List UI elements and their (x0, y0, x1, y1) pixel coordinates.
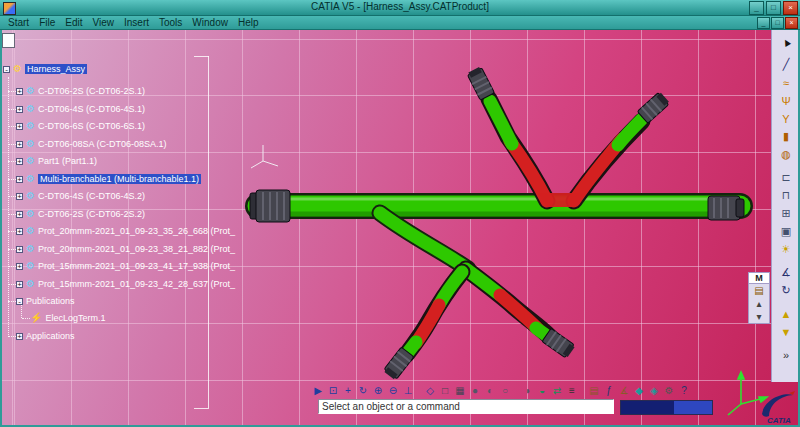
tree-publications[interactable]: - Publications (16, 294, 75, 308)
menu-view[interactable]: View (87, 16, 119, 29)
menu-file[interactable]: File (34, 16, 60, 29)
menu-tools[interactable]: Tools (154, 16, 187, 29)
zoom-out-icon[interactable]: ⊖ (386, 383, 400, 398)
tree-expand-node[interactable]: + (16, 123, 23, 130)
connector-left[interactable] (250, 190, 290, 222)
update-all-icon[interactable]: ↻ (776, 283, 796, 298)
tree-item-11[interactable]: +⚙Prot_15mmm-2021_01_09-23_41_17_938 (Pr… (16, 259, 235, 273)
electrical-junction-icon[interactable]: ⊞ (776, 206, 796, 221)
command-input[interactable] (318, 399, 614, 414)
menu-start[interactable]: Start (3, 16, 34, 29)
shaded-edges-view-icon[interactable]: ◐ (483, 383, 497, 398)
trunk-tube[interactable] (258, 199, 740, 214)
normal-view-icon[interactable]: ⊥ (401, 383, 415, 398)
tree-root[interactable]: - ⚙ Harness_Assy (3, 62, 87, 76)
tree-expand-node[interactable]: + (16, 193, 23, 200)
menu-help[interactable]: Help (233, 16, 264, 29)
toolbar-overflow-icon[interactable]: » (776, 347, 796, 362)
branch-point-icon[interactable]: Y (776, 111, 796, 126)
measure-between-icon[interactable]: ∡ (617, 383, 631, 398)
tree-item-2[interactable]: +⚙C-DT06-4S (C-DT06-4S.1) (16, 102, 145, 116)
scroll-down-icon[interactable]: ▾ (756, 310, 761, 323)
camera-view-icon[interactable]: ▣ (776, 224, 796, 239)
doc-close-button[interactable]: × (785, 17, 798, 29)
branch-upper-middle-tube[interactable] (489, 99, 547, 201)
tree-expand-node[interactable]: - (3, 66, 10, 73)
tree-item-7[interactable]: +⚙C-DT06-4S (C-DT06-4S.2) (16, 189, 145, 203)
fly-mode-icon[interactable]: ▶ (311, 383, 325, 398)
rotate-icon[interactable]: ↻ (356, 383, 370, 398)
tree-expand-node[interactable]: + (16, 246, 23, 253)
tree-eleclogterm[interactable]: ⚡ ElecLogTerm.1 (30, 311, 106, 325)
front-view-icon[interactable]: □ (438, 383, 452, 398)
zoom-in-icon[interactable]: ⊕ (371, 383, 385, 398)
reorder-down-icon[interactable]: ▼ (776, 324, 796, 339)
branch-lower-main-tube[interactable] (380, 213, 468, 269)
light-source-icon[interactable]: ☀ (776, 242, 796, 257)
catalog-icon[interactable]: ▤ (587, 383, 601, 398)
wireframe-view-icon[interactable]: ○ (498, 383, 512, 398)
tree-expand-node[interactable]: + (16, 211, 23, 218)
tree-expand-node[interactable]: + (16, 333, 23, 340)
tree-expand-node[interactable]: + (16, 88, 23, 95)
tree-item-6[interactable]: +⚙Multi-branchable1 (Multi-branchable1.1… (16, 172, 201, 186)
tree-applications[interactable]: + Applications (16, 329, 75, 343)
tree-item-9[interactable]: +⚙Prot_20mmm-2021_01_09-23_35_26_668 (Pr… (16, 224, 235, 238)
connector-right[interactable] (708, 196, 744, 220)
branch-upper-right-tube[interactable] (574, 119, 642, 201)
support-device-icon[interactable]: ⊓ (776, 188, 796, 203)
branch-lower-left-tube[interactable] (406, 272, 462, 355)
floating-toolbar-handle[interactable]: M (749, 273, 769, 284)
multi-view-icon[interactable]: ▦ (453, 383, 467, 398)
sectioning-icon[interactable]: ◈ (647, 383, 661, 398)
minimize-button[interactable]: _ (749, 1, 764, 15)
catalog-browser-icon[interactable]: ▤ (754, 284, 763, 297)
tree-expand-node[interactable]: + (16, 158, 23, 165)
select-arrow-icon[interactable]: ▲ (774, 30, 799, 53)
doc-restore-button[interactable]: □ (771, 17, 784, 29)
tree-expand-node[interactable]: + (16, 228, 23, 235)
floating-toolbar[interactable]: M ▤▴▾ (748, 272, 770, 324)
tree-expand-node[interactable]: + (16, 106, 23, 113)
shaded-view-icon[interactable]: ● (468, 383, 482, 398)
close-button[interactable]: × (783, 1, 798, 15)
multi-branchable-icon[interactable]: Ψ (776, 93, 796, 108)
what-is-this-icon[interactable]: ? (677, 383, 691, 398)
tree-expand-node[interactable]: - (16, 298, 23, 305)
tree-item-3[interactable]: +⚙C-DT06-6S (C-DT06-6S.1) (16, 119, 145, 133)
tree-item-1[interactable]: +⚙C-DT06-2S (C-DT06-2S.1) (16, 84, 145, 98)
menu-insert[interactable]: Insert (119, 16, 154, 29)
scroll-up-icon[interactable]: ▴ (756, 297, 761, 310)
doc-minimize-button[interactable]: _ (757, 17, 770, 29)
tree-item-10[interactable]: +⚙Prot_20mmm-2021_01_09-23_38_21_882 (Pr… (16, 242, 235, 256)
iso-view-icon[interactable]: ◇ (423, 383, 437, 398)
tree-item-5[interactable]: +⚙Part1 (Part1.1) (16, 154, 97, 168)
power-input-field[interactable] (620, 400, 713, 415)
protective-covering-icon[interactable]: ▮ (776, 129, 796, 144)
apply-material-icon[interactable]: ◆ (632, 383, 646, 398)
settings-icon[interactable]: ⚙ (662, 383, 676, 398)
menu-window[interactable]: Window (187, 16, 233, 29)
render-style-icon[interactable]: ◑ (520, 383, 534, 398)
tree-expand-node[interactable]: + (16, 176, 23, 183)
pan-icon[interactable]: + (341, 383, 355, 398)
knowledge-formula-icon[interactable]: ƒ (602, 383, 616, 398)
reorder-up-icon[interactable]: ▲ (776, 306, 796, 321)
branch-lower-right-tube[interactable] (466, 269, 550, 338)
hide-show-icon[interactable]: ◒ (535, 383, 549, 398)
tree-expand-node[interactable]: + (16, 263, 23, 270)
tree-expand-node[interactable]: + (16, 281, 23, 288)
connector-upper-middle[interactable] (467, 66, 495, 100)
menu-edit[interactable]: Edit (60, 16, 87, 29)
tree-item-12[interactable]: +⚙Prot_15mmm-2021_01_09-23_42_28_637 (Pr… (16, 277, 235, 291)
measure-item-icon[interactable]: ∡ (776, 265, 796, 280)
tree-item-4[interactable]: +⚙C-DT06-08SA (C-DT06-08SA.1) (16, 137, 167, 151)
swap-visible-space-icon[interactable]: ⇄ (550, 383, 564, 398)
tree-item-8[interactable]: +⚙C-DT06-2S (C-DT06-2S.2) (16, 207, 145, 221)
maximize-button[interactable]: □ (766, 1, 781, 15)
bundle-segment-icon[interactable]: ≈ (776, 75, 796, 90)
adaptive-tape-icon[interactable]: ◍ (776, 147, 796, 162)
fit-all-in-icon[interactable]: ⊡ (326, 383, 340, 398)
graph-tree-icon[interactable]: ≡ (565, 383, 579, 398)
sketch-line-icon[interactable]: ╱ (776, 57, 796, 72)
